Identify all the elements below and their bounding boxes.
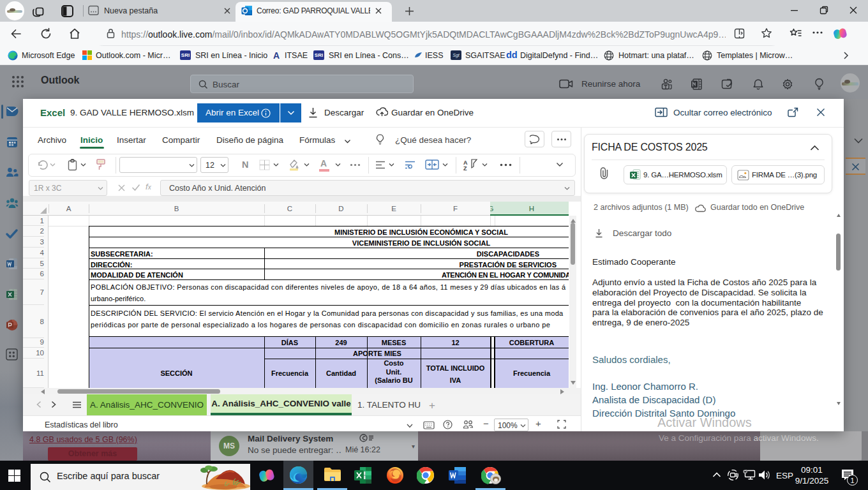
svg-text:Z: Z bbox=[463, 165, 467, 171]
